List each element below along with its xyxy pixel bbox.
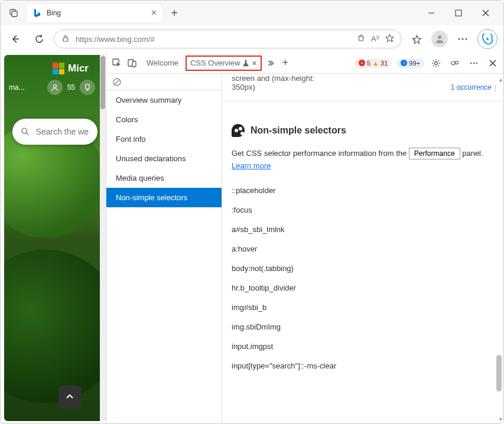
svg-point-26 [473, 62, 475, 64]
tab-title: Bing [47, 9, 147, 17]
browser-tab[interactable]: Bing × [27, 4, 162, 22]
errors-badge[interactable]: ×5 ▲31 [355, 58, 392, 68]
learn-more-link[interactable]: Learn more [232, 161, 271, 170]
close-devtools-icon[interactable] [486, 56, 500, 70]
clear-icon[interactable] [112, 77, 122, 87]
microsoft-logo[interactable]: Micr [53, 63, 89, 74]
svg-point-24 [456, 61, 459, 64]
selector-item[interactable]: hr.b_tooltip_divider [232, 278, 494, 298]
selector-item[interactable]: input.imgpst [232, 337, 494, 356]
search-box[interactable] [12, 119, 97, 145]
svg-point-14 [466, 38, 467, 40]
close-window-button[interactable] [477, 5, 494, 21]
sidebar-item-media[interactable]: Media queries [106, 168, 222, 188]
selector-item[interactable]: img.sbiDmImg [232, 317, 494, 337]
account-icon[interactable] [47, 80, 63, 95]
webpage-viewport[interactable]: Micr ma... 55 [4, 55, 106, 421]
site-info-icon[interactable] [61, 34, 70, 44]
sidebar-item-unused[interactable]: Unused declarations [106, 149, 222, 168]
selector-item[interactable]: a:hover [232, 239, 494, 259]
url-text: https://www.bing.com/# [76, 35, 351, 44]
svg-line-18 [27, 133, 29, 135]
rewards-icon[interactable] [80, 80, 95, 95]
experiment-icon [242, 60, 249, 67]
performance-hint: Get CSS selector performance information… [232, 148, 494, 172]
tab-css-overview[interactable]: CSS Overview × [186, 56, 262, 71]
profile-button[interactable] [431, 31, 448, 47]
svg-point-17 [22, 128, 27, 133]
svg-point-11 [438, 35, 441, 39]
new-tab-button[interactable]: + [165, 4, 184, 22]
window-controls [423, 5, 499, 21]
tab-actions-button[interactable] [5, 5, 22, 21]
sidebar-item-overview[interactable]: Overview summary [106, 90, 222, 110]
rewards-count[interactable]: 55 [67, 83, 75, 92]
bing-favicon-icon [32, 8, 42, 18]
shopping-icon[interactable] [357, 34, 365, 44]
selector-item[interactable]: img#sbi_b [232, 298, 494, 317]
favorites-button[interactable] [408, 30, 425, 48]
bing-header: ma... 55 [4, 79, 100, 96]
microsoft-icon [53, 63, 64, 74]
selector-item[interactable]: :focus [232, 200, 494, 220]
read-aloud-icon[interactable]: A)) [371, 34, 379, 43]
close-tab-icon[interactable]: × [252, 58, 256, 68]
messages-badge[interactable]: i99+ [396, 58, 424, 68]
previous-media-block: screen and (max-height: 350px) 1 occurre… [222, 74, 503, 95]
palette-icon [232, 124, 245, 137]
tab-css-overview-label: CSS Overview [190, 58, 240, 67]
favorite-icon[interactable]: + [385, 34, 394, 44]
back-button[interactable] [6, 30, 24, 48]
page-scrollbar[interactable] [100, 55, 106, 421]
back-to-top-button[interactable] [58, 386, 81, 408]
ms-logo-text: Micr [68, 63, 89, 74]
inspect-icon[interactable] [110, 56, 124, 70]
selector-item[interactable]: input[type="search"]::-ms-clear [232, 356, 494, 376]
svg-point-13 [462, 38, 464, 40]
css-overview-main: screen and (max-height: 350px) 1 occurre… [222, 74, 503, 423]
window-titlebar: Bing × + [1, 1, 503, 25]
svg-line-31 [115, 80, 119, 84]
maximize-button[interactable] [450, 5, 467, 21]
selector-item[interactable]: ::placeholder [232, 181, 494, 200]
more-tabs-icon[interactable] [263, 56, 277, 70]
close-tab-icon[interactable]: × [151, 8, 157, 18]
device-icon[interactable] [125, 56, 139, 70]
svg-rect-3 [456, 10, 461, 16]
svg-point-22 [435, 61, 438, 64]
non-simple-section: Non-simple selectors Get CSS selector pe… [222, 107, 503, 380]
selector-item[interactable]: a#sb_sbi_lmlnk [232, 220, 494, 239]
refresh-button[interactable] [30, 30, 48, 48]
media-query-text: screen and (max-height: 350px) [232, 74, 320, 92]
performance-button[interactable]: Performance [409, 148, 460, 159]
content-area: Micr ma... 55 Welcome CSS Overview × [1, 53, 503, 423]
address-bar[interactable]: https://www.bing.com/# A)) + [54, 30, 402, 48]
selector-item[interactable]: body:not(.tabbing) [232, 259, 494, 278]
devtools-more-icon[interactable] [467, 56, 481, 70]
svg-rect-21 [132, 61, 136, 67]
search-input[interactable] [36, 127, 89, 136]
svg-point-25 [470, 62, 472, 64]
main-scrollbar[interactable]: ▴ ▾ [495, 74, 502, 423]
feedback-icon[interactable] [448, 56, 462, 70]
svg-point-27 [476, 62, 478, 64]
devtools-panel: Welcome CSS Overview × + ×5 ▲31 i99+ [106, 53, 503, 423]
settings-icon[interactable] [429, 56, 443, 70]
svg-point-12 [459, 38, 460, 40]
sidebar-header [106, 74, 222, 90]
sidebar-item-nonsimple[interactable]: Non-simple selectors [106, 188, 222, 207]
minimize-button[interactable] [423, 5, 440, 21]
header-text: ma... [9, 83, 25, 92]
new-panel-icon[interactable]: + [278, 56, 292, 70]
svg-point-16 [53, 85, 56, 88]
copilot-button[interactable] [477, 29, 498, 49]
more-button[interactable] [454, 30, 472, 48]
occurrence-link[interactable]: 1 occurrence [451, 83, 492, 92]
sidebar-item-fontinfo[interactable]: Font info [106, 129, 222, 149]
svg-text:+: + [391, 38, 394, 43]
devtools-tabbar: Welcome CSS Overview × + ×5 ▲31 i99+ [106, 53, 503, 74]
sidebar-item-colors[interactable]: Colors [106, 110, 222, 129]
search-icon [21, 126, 30, 138]
tab-welcome[interactable]: Welcome [141, 55, 184, 71]
svg-point-23 [451, 61, 455, 65]
